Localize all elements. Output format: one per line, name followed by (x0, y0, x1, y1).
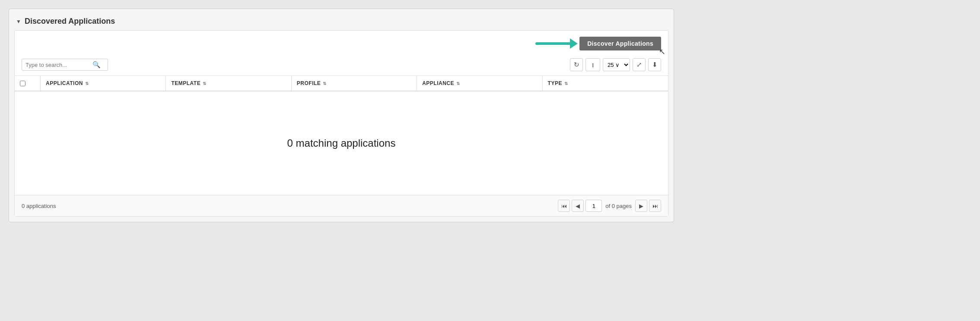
th-template[interactable]: TEMPLATE ⇅ (166, 76, 291, 91)
download-icon: ⬇ (652, 61, 658, 69)
toolbar-right: ↻ ⫿ 25 ∨ 10 50 100 ⤢ ⬇ (570, 58, 661, 71)
arrow-head (570, 38, 578, 49)
teal-arrow (535, 38, 578, 49)
next-page-button[interactable]: ▶ (635, 200, 647, 212)
table-header: APPLICATION ⇅ TEMPLATE ⇅ PROFILE ⇅ APPLI… (15, 76, 668, 91)
total-pages-label: of 0 pages (605, 203, 632, 209)
discover-btn-wrapper: Discover Applications ↖ (535, 37, 661, 50)
inner-panel: Discover Applications ↖ 🔍 ↻ ⫿ 25 ∨ (14, 30, 668, 217)
select-all-checkbox[interactable] (20, 81, 25, 86)
th-appliance[interactable]: APPLIANCE ⇅ (417, 76, 542, 91)
empty-message: 0 matching applications (287, 137, 396, 149)
sort-appliance-icon: ⇅ (456, 81, 460, 86)
main-container: ▼ Discovered Applications Discover Appli… (9, 9, 674, 222)
columns-button[interactable]: ⫿ (585, 58, 600, 71)
footer-bar: 0 applications ⏮ ◀ of 0 pages ▶ ⏭ (15, 195, 668, 216)
search-box: 🔍 (22, 59, 108, 71)
current-page-input[interactable] (585, 200, 602, 212)
sort-application-icon: ⇅ (85, 81, 89, 86)
search-icon[interactable]: 🔍 (92, 61, 101, 69)
collapse-arrow-icon[interactable]: ▼ (16, 19, 21, 25)
table-body: 0 matching applications (15, 91, 668, 195)
search-bar-row: 🔍 ↻ ⫿ 25 ∨ 10 50 100 ⤢ ⬇ (15, 55, 668, 76)
sort-profile-icon: ⇅ (323, 81, 327, 86)
arrow-line (535, 42, 570, 45)
footer-count: 0 applications (22, 203, 56, 209)
section-title: Discovered Applications (25, 17, 115, 26)
columns-icon: ⫿ (592, 62, 594, 68)
th-profile[interactable]: PROFILE ⇅ (292, 76, 417, 91)
section-header: ▼ Discovered Applications (9, 13, 674, 30)
expand-button[interactable]: ⤢ (633, 58, 646, 71)
sort-template-icon: ⇅ (203, 81, 207, 86)
last-page-button[interactable]: ⏭ (649, 200, 661, 212)
sort-type-icon: ⇅ (564, 81, 568, 86)
th-application[interactable]: APPLICATION ⇅ (41, 76, 166, 91)
th-type[interactable]: TYPE ⇅ (543, 76, 668, 91)
refresh-button[interactable]: ↻ (570, 58, 583, 71)
first-page-button[interactable]: ⏮ (558, 200, 570, 212)
pagination: ⏮ ◀ of 0 pages ▶ ⏭ (558, 200, 661, 212)
expand-icon: ⤢ (636, 61, 642, 69)
discover-applications-button[interactable]: Discover Applications (579, 37, 661, 50)
th-checkbox (15, 76, 41, 91)
refresh-icon: ↻ (574, 61, 579, 69)
prev-page-button[interactable]: ◀ (572, 200, 584, 212)
search-input[interactable] (25, 62, 92, 68)
per-page-select[interactable]: 25 ∨ 10 50 100 (603, 58, 630, 71)
download-button[interactable]: ⬇ (648, 58, 661, 71)
top-toolbar: Discover Applications ↖ (15, 31, 668, 55)
